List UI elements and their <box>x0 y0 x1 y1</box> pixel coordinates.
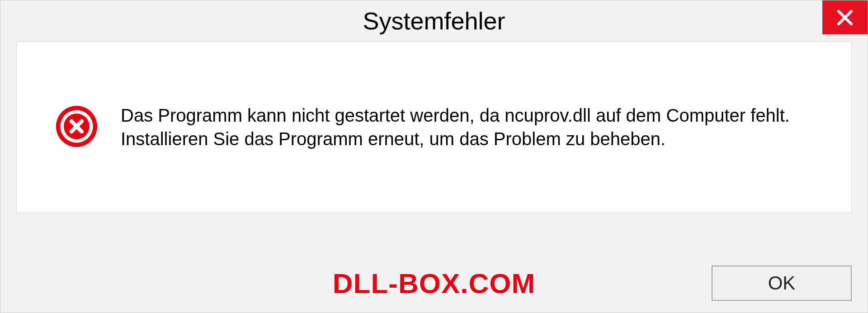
message-box: Das Programm kann nicht gestartet werden… <box>16 41 852 213</box>
dialog-title: Systemfehler <box>363 7 505 35</box>
error-icon <box>55 105 98 150</box>
watermark-text: DLL-BOX.COM <box>333 267 535 299</box>
close-button[interactable] <box>822 0 868 34</box>
error-message: Das Programm kann nicht gestartet werden… <box>121 104 833 151</box>
titlebar: Systemfehler <box>0 0 868 41</box>
dialog-footer: DLL-BOX.COM OK <box>0 254 868 313</box>
close-icon <box>836 9 854 27</box>
ok-button[interactable]: OK <box>712 266 852 301</box>
ok-button-label: OK <box>768 272 796 294</box>
